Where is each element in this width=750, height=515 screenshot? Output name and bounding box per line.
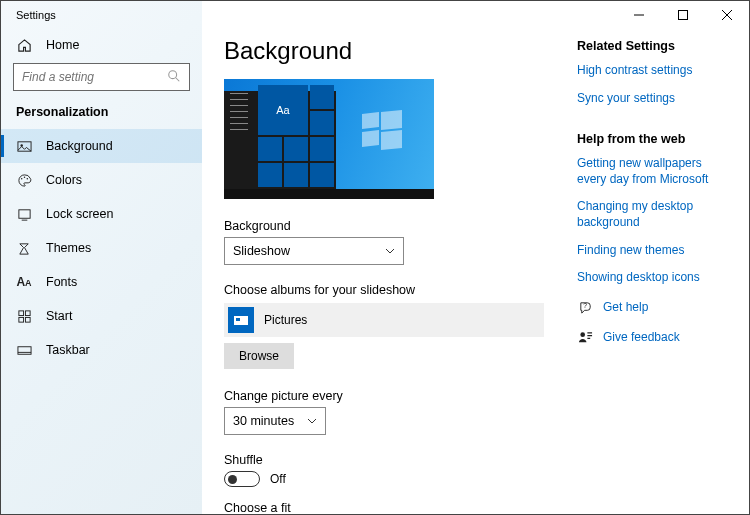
close-button[interactable] bbox=[705, 1, 749, 29]
sidebar-item-label: Fonts bbox=[46, 275, 77, 289]
link-sync-settings[interactable]: Sync your settings bbox=[577, 91, 733, 107]
svg-rect-10 bbox=[25, 310, 30, 315]
svg-point-20 bbox=[580, 333, 585, 338]
background-type-value: Slideshow bbox=[233, 244, 290, 258]
category-title: Personalization bbox=[1, 105, 202, 129]
link-help-themes[interactable]: Finding new themes bbox=[577, 243, 733, 259]
maximize-button[interactable] bbox=[661, 1, 705, 29]
lockscreen-icon bbox=[16, 206, 32, 222]
help-icon: ? bbox=[577, 300, 593, 316]
sidebar-item-taskbar[interactable]: Taskbar bbox=[1, 333, 202, 367]
sidebar-item-label: Background bbox=[46, 139, 113, 153]
related-heading: Related Settings bbox=[577, 39, 733, 53]
svg-text:?: ? bbox=[583, 303, 587, 310]
svg-rect-9 bbox=[18, 310, 23, 315]
themes-icon bbox=[16, 240, 32, 256]
taskbar-icon bbox=[16, 342, 32, 358]
app-title: Settings bbox=[1, 7, 202, 29]
background-type-label: Background bbox=[224, 219, 577, 233]
get-help-link[interactable]: Get help bbox=[603, 300, 648, 316]
album-item[interactable]: Pictures bbox=[224, 303, 544, 337]
svg-rect-16 bbox=[679, 11, 688, 20]
background-type-dropdown[interactable]: Slideshow bbox=[224, 237, 404, 265]
picture-icon bbox=[16, 138, 32, 154]
content: Background Aa Background bbox=[202, 1, 749, 514]
svg-line-1 bbox=[176, 78, 180, 82]
link-help-wallpapers[interactable]: Getting new wallpapers every day from Mi… bbox=[577, 156, 733, 187]
sidebar-item-label: Lock screen bbox=[46, 207, 113, 221]
shuffle-toggle[interactable] bbox=[224, 471, 260, 487]
feedback-row[interactable]: Give feedback bbox=[577, 330, 733, 346]
main-panel: Background Aa Background bbox=[202, 1, 577, 514]
svg-point-4 bbox=[20, 177, 22, 179]
feedback-link[interactable]: Give feedback bbox=[603, 330, 680, 346]
svg-rect-11 bbox=[18, 317, 23, 322]
feedback-icon bbox=[577, 330, 593, 346]
search-input[interactable] bbox=[22, 70, 161, 84]
link-high-contrast[interactable]: High contrast settings bbox=[577, 63, 733, 79]
fit-label: Choose a fit bbox=[224, 501, 577, 514]
svg-rect-7 bbox=[18, 209, 29, 217]
albums-label: Choose albums for your slideshow bbox=[224, 283, 577, 297]
home-nav[interactable]: Home bbox=[1, 29, 202, 63]
sidebar: Settings Home Personalization Background bbox=[1, 1, 202, 514]
home-icon bbox=[16, 37, 32, 53]
interval-dropdown[interactable]: 30 minutes bbox=[224, 407, 326, 435]
folder-icon bbox=[228, 307, 254, 333]
sidebar-item-label: Themes bbox=[46, 241, 91, 255]
chevron-down-icon bbox=[307, 416, 317, 426]
sidebar-item-background[interactable]: Background bbox=[1, 129, 202, 163]
svg-point-6 bbox=[26, 177, 28, 179]
svg-rect-12 bbox=[25, 317, 30, 322]
preview-tile-text: Aa bbox=[258, 85, 308, 135]
get-help-row[interactable]: ? Get help bbox=[577, 300, 733, 316]
chevron-down-icon bbox=[385, 246, 395, 256]
titlebar-controls bbox=[617, 1, 749, 29]
nav-list: Background Colors Lock screen Themes AA … bbox=[1, 129, 202, 367]
shuffle-label: Shuffle bbox=[224, 453, 577, 467]
start-icon bbox=[16, 308, 32, 324]
background-preview: Aa bbox=[224, 79, 434, 199]
album-name: Pictures bbox=[264, 313, 307, 327]
browse-button[interactable]: Browse bbox=[224, 343, 294, 369]
sidebar-item-label: Colors bbox=[46, 173, 82, 187]
link-help-icons[interactable]: Showing desktop icons bbox=[577, 270, 733, 286]
help-heading: Help from the web bbox=[577, 132, 733, 146]
fonts-icon: AA bbox=[16, 274, 32, 290]
sidebar-item-colors[interactable]: Colors bbox=[1, 163, 202, 197]
svg-rect-13 bbox=[17, 346, 30, 354]
home-label: Home bbox=[46, 38, 79, 52]
interval-value: 30 minutes bbox=[233, 414, 294, 428]
search-input-wrap[interactable] bbox=[13, 63, 190, 91]
page-title: Background bbox=[224, 37, 577, 65]
interval-label: Change picture every bbox=[224, 389, 577, 403]
right-panel: Related Settings High contrast settings … bbox=[577, 1, 749, 514]
link-help-change-bg[interactable]: Changing my desktop background bbox=[577, 199, 733, 230]
shuffle-state: Off bbox=[270, 472, 286, 486]
sidebar-item-label: Taskbar bbox=[46, 343, 90, 357]
sidebar-item-lockscreen[interactable]: Lock screen bbox=[1, 197, 202, 231]
minimize-button[interactable] bbox=[617, 1, 661, 29]
sidebar-item-themes[interactable]: Themes bbox=[1, 231, 202, 265]
sidebar-item-label: Start bbox=[46, 309, 72, 323]
svg-point-5 bbox=[23, 176, 25, 178]
sidebar-item-start[interactable]: Start bbox=[1, 299, 202, 333]
sidebar-item-fonts[interactable]: AA Fonts bbox=[1, 265, 202, 299]
search-icon bbox=[167, 69, 183, 85]
palette-icon bbox=[16, 172, 32, 188]
svg-point-0 bbox=[169, 71, 177, 79]
